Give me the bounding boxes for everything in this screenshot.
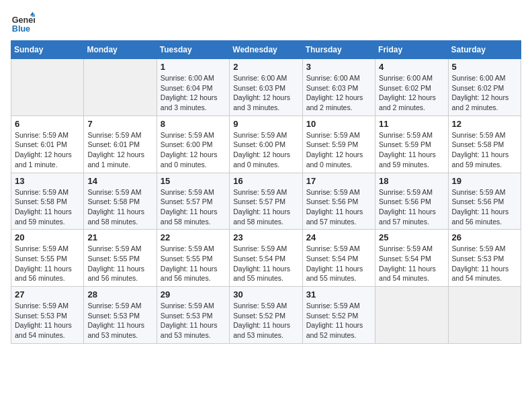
calendar-cell: 17Sunrise: 5:59 AM Sunset: 5:56 PM Dayli… [302,173,375,230]
calendar-cell: 5Sunrise: 6:00 AM Sunset: 6:02 PM Daylig… [448,59,521,116]
day-info: Sunrise: 5:59 AM Sunset: 5:53 PM Dayligh… [161,301,226,340]
day-number: 1 [161,62,226,72]
day-number: 20 [15,232,80,242]
day-number: 12 [452,119,517,129]
day-info: Sunrise: 5:59 AM Sunset: 5:59 PM Dayligh… [306,130,371,170]
day-info: Sunrise: 5:59 AM Sunset: 5:57 PM Dayligh… [161,187,226,227]
calendar-cell: 4Sunrise: 6:00 AM Sunset: 6:02 PM Daylig… [375,59,448,116]
day-number: 28 [87,289,152,300]
day-number: 30 [233,289,298,300]
day-info: Sunrise: 5:59 AM Sunset: 5:53 PM Dayligh… [452,244,517,283]
calendar-cell [375,287,448,344]
day-number: 16 [233,176,298,186]
day-info: Sunrise: 6:00 AM Sunset: 6:03 PM Dayligh… [306,73,371,113]
calendar-cell: 25Sunrise: 5:59 AM Sunset: 5:54 PM Dayli… [375,230,448,287]
calendar-cell: 3Sunrise: 6:00 AM Sunset: 6:03 PM Daylig… [302,59,375,116]
day-number: 6 [15,119,80,129]
calendar-cell: 18Sunrise: 5:59 AM Sunset: 5:56 PM Dayli… [375,173,448,230]
day-info: Sunrise: 5:59 AM Sunset: 5:55 PM Dayligh… [161,244,226,283]
calendar-table: SundayMondayTuesdayWednesdayThursdayFrid… [11,40,521,344]
weekday-header: Saturday [448,41,521,59]
day-number: 3 [306,62,371,72]
calendar-cell: 21Sunrise: 5:59 AM Sunset: 5:55 PM Dayli… [84,230,157,287]
day-info: Sunrise: 6:00 AM Sunset: 6:02 PM Dayligh… [452,73,517,113]
calendar-cell: 15Sunrise: 5:59 AM Sunset: 5:57 PM Dayli… [157,173,229,230]
calendar-cell: 24Sunrise: 5:59 AM Sunset: 5:54 PM Dayli… [302,230,375,287]
calendar-cell: 6Sunrise: 5:59 AM Sunset: 6:01 PM Daylig… [11,116,84,173]
day-number: 19 [452,176,517,186]
calendar-cell [11,59,84,116]
calendar-cell: 22Sunrise: 5:59 AM Sunset: 5:55 PM Dayli… [157,230,229,287]
day-number: 10 [306,119,371,129]
weekday-header: Sunday [11,41,84,59]
calendar-cell: 23Sunrise: 5:59 AM Sunset: 5:54 PM Dayli… [230,230,302,287]
day-info: Sunrise: 5:59 AM Sunset: 5:52 PM Dayligh… [306,301,371,340]
day-number: 2 [233,62,298,72]
calendar-week-row: 20Sunrise: 5:59 AM Sunset: 5:55 PM Dayli… [11,230,521,287]
logo: General Blue [11,11,38,35]
day-info: Sunrise: 5:59 AM Sunset: 5:58 PM Dayligh… [15,187,80,227]
day-info: Sunrise: 5:59 AM Sunset: 5:58 PM Dayligh… [452,130,517,170]
calendar-cell: 19Sunrise: 5:59 AM Sunset: 5:56 PM Dayli… [448,173,521,230]
day-info: Sunrise: 6:00 AM Sunset: 6:04 PM Dayligh… [161,73,226,113]
day-info: Sunrise: 5:59 AM Sunset: 5:54 PM Dayligh… [379,244,444,283]
day-info: Sunrise: 5:59 AM Sunset: 6:00 PM Dayligh… [161,130,226,170]
day-info: Sunrise: 5:59 AM Sunset: 5:57 PM Dayligh… [233,187,298,227]
day-info: Sunrise: 5:59 AM Sunset: 6:01 PM Dayligh… [87,130,152,170]
calendar-cell: 31Sunrise: 5:59 AM Sunset: 5:52 PM Dayli… [302,287,375,344]
calendar-cell: 8Sunrise: 5:59 AM Sunset: 6:00 PM Daylig… [157,116,229,173]
day-number: 22 [161,232,226,242]
day-number: 11 [379,119,444,129]
day-number: 24 [306,232,371,242]
calendar-header-row: SundayMondayTuesdayWednesdayThursdayFrid… [11,41,521,59]
calendar-cell: 13Sunrise: 5:59 AM Sunset: 5:58 PM Dayli… [11,173,84,230]
calendar-cell: 11Sunrise: 5:59 AM Sunset: 5:59 PM Dayli… [375,116,448,173]
calendar-cell: 12Sunrise: 5:59 AM Sunset: 5:58 PM Dayli… [448,116,521,173]
calendar-cell: 9Sunrise: 5:59 AM Sunset: 6:00 PM Daylig… [230,116,302,173]
day-number: 9 [233,119,298,129]
calendar-cell: 1Sunrise: 6:00 AM Sunset: 6:04 PM Daylig… [157,59,229,116]
calendar-cell: 30Sunrise: 5:59 AM Sunset: 5:52 PM Dayli… [230,287,302,344]
day-number: 17 [306,176,371,186]
calendar-week-row: 13Sunrise: 5:59 AM Sunset: 5:58 PM Dayli… [11,173,521,230]
day-number: 15 [161,176,226,186]
calendar-week-row: 6Sunrise: 5:59 AM Sunset: 6:01 PM Daylig… [11,116,521,173]
day-number: 5 [452,62,517,72]
calendar-cell: 2Sunrise: 6:00 AM Sunset: 6:03 PM Daylig… [230,59,302,116]
day-info: Sunrise: 5:59 AM Sunset: 5:54 PM Dayligh… [233,244,298,283]
calendar-cell: 27Sunrise: 5:59 AM Sunset: 5:53 PM Dayli… [11,287,84,344]
day-info: Sunrise: 5:59 AM Sunset: 5:53 PM Dayligh… [15,301,80,340]
day-info: Sunrise: 5:59 AM Sunset: 5:56 PM Dayligh… [452,187,517,227]
day-info: Sunrise: 5:59 AM Sunset: 6:01 PM Dayligh… [15,130,80,170]
day-number: 23 [233,232,298,242]
weekday-header: Tuesday [157,41,229,59]
day-number: 27 [15,289,80,300]
day-info: Sunrise: 5:59 AM Sunset: 5:56 PM Dayligh… [379,187,444,227]
calendar-cell: 28Sunrise: 5:59 AM Sunset: 5:53 PM Dayli… [84,287,157,344]
logo-icon: General Blue [11,11,35,35]
day-number: 29 [161,289,226,300]
day-number: 4 [379,62,444,72]
calendar-cell: 29Sunrise: 5:59 AM Sunset: 5:53 PM Dayli… [157,287,229,344]
day-number: 21 [87,232,152,242]
day-number: 14 [87,176,152,186]
calendar-cell [84,59,157,116]
calendar-cell: 26Sunrise: 5:59 AM Sunset: 5:53 PM Dayli… [448,230,521,287]
calendar-cell: 14Sunrise: 5:59 AM Sunset: 5:58 PM Dayli… [84,173,157,230]
day-info: Sunrise: 5:59 AM Sunset: 5:55 PM Dayligh… [87,244,152,283]
weekday-header: Monday [84,41,157,59]
day-number: 18 [379,176,444,186]
calendar-week-row: 1Sunrise: 6:00 AM Sunset: 6:04 PM Daylig… [11,59,521,116]
page-header: General Blue [11,11,521,35]
day-info: Sunrise: 6:00 AM Sunset: 6:02 PM Dayligh… [379,73,444,113]
day-info: Sunrise: 5:59 AM Sunset: 5:53 PM Dayligh… [87,301,152,340]
day-info: Sunrise: 5:59 AM Sunset: 5:55 PM Dayligh… [15,244,80,283]
day-number: 13 [15,176,80,186]
weekday-header: Thursday [302,41,375,59]
calendar-cell: 16Sunrise: 5:59 AM Sunset: 5:57 PM Dayli… [230,173,302,230]
day-info: Sunrise: 5:59 AM Sunset: 5:54 PM Dayligh… [306,244,371,283]
day-info: Sunrise: 5:59 AM Sunset: 6:00 PM Dayligh… [233,130,298,170]
calendar-cell: 7Sunrise: 5:59 AM Sunset: 6:01 PM Daylig… [84,116,157,173]
calendar-cell: 20Sunrise: 5:59 AM Sunset: 5:55 PM Dayli… [11,230,84,287]
svg-text:Blue: Blue [12,24,30,34]
